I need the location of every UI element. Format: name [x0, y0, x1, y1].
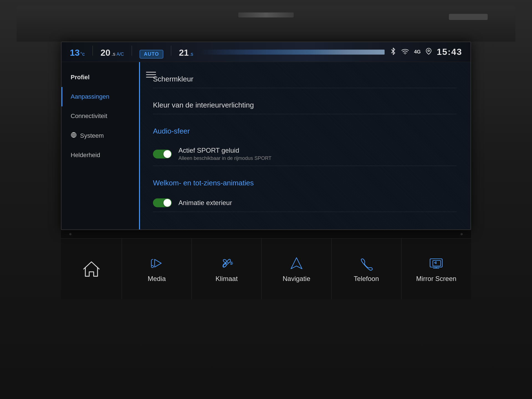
- sidebar-item-connectiviteit[interactable]: Connectiviteit: [62, 106, 139, 126]
- ac-sub: .s: [111, 51, 115, 57]
- mirror-screen-label: Mirror Screen: [416, 275, 456, 283]
- status-right: 4G 15:43: [390, 47, 462, 57]
- klimaat-icon: [219, 255, 234, 271]
- home-icon: [81, 259, 101, 279]
- section-schermkleur: Schermkleur: [153, 70, 457, 88]
- nav-mirror-screen-button[interactable]: Mirror Screen: [401, 239, 471, 299]
- animaties-title[interactable]: Welkom- en tot-ziens-animaties: [153, 174, 457, 192]
- telefoon-icon: [359, 255, 374, 271]
- temp-gradient-bar: [199, 50, 385, 55]
- content-panel: Schermkleur Kleur van de interieurverlic…: [139, 62, 470, 229]
- sidebar-item-profiel[interactable]: Profiel: [62, 68, 139, 87]
- temp-right-display: 21 .s: [179, 48, 193, 58]
- time-display: 15:43: [437, 47, 462, 57]
- mirror-screen-icon: [428, 255, 444, 271]
- sidebar-label-connectiviteit: Connectiviteit: [71, 112, 107, 120]
- audiosfeer-title[interactable]: Audio-sfeer: [153, 122, 457, 140]
- sidebar-item-helderheid[interactable]: Helderheid: [62, 145, 139, 165]
- section-audiosfeer: Audio-sfeer Actief SPORT geluid Alleen b…: [153, 122, 457, 166]
- klimaat-label: Klimaat: [216, 275, 238, 283]
- svg-rect-13: [433, 260, 441, 266]
- section-interieurverlichting: Kleur van de interieurverlichting: [153, 96, 457, 114]
- globe-icon: [71, 132, 77, 139]
- nav-telefoon-button[interactable]: Telefoon: [332, 239, 401, 299]
- bluetooth-icon: [390, 47, 396, 57]
- top-button: [449, 14, 488, 20]
- toggle-text-sport: Actief SPORT geluid Alleen beschikbaar i…: [178, 147, 457, 161]
- content-inner: Schermkleur Kleur van de interieurverlic…: [139, 62, 470, 229]
- toggle-animatie-exterieur[interactable]: Animatie exterieur: [153, 194, 457, 212]
- toggle-track-sport: [153, 150, 172, 158]
- divider-1: [93, 46, 93, 56]
- wifi-icon: [401, 48, 409, 56]
- sidebar-item-systeem[interactable]: Systeem: [62, 126, 139, 145]
- svg-point-0: [405, 53, 406, 54]
- sidebar-label-helderheid: Helderheid: [71, 152, 100, 159]
- physical-controls: [61, 230, 471, 238]
- svg-point-6: [151, 265, 154, 268]
- nav-buttons: Media Klimaat: [122, 239, 471, 299]
- phys-dot-right: [461, 233, 463, 235]
- toggle-label-animatie: Animatie exterieur: [178, 199, 457, 207]
- phys-dot-left: [69, 233, 71, 235]
- sidebar-label-systeem: Systeem: [80, 132, 104, 139]
- temp-left-display: 13 °c: [70, 48, 85, 58]
- temp-left-value: 13: [70, 48, 80, 58]
- sidebar-label-profiel: Profiel: [71, 74, 89, 81]
- toggle-switch-animatie[interactable]: [153, 198, 172, 207]
- temp-right-sub: .s: [189, 51, 193, 57]
- top-physical-area: [17, 6, 515, 42]
- telefoon-label: Telefoon: [354, 275, 379, 283]
- navigatie-label: Navigatie: [283, 275, 310, 283]
- ac-label: A/C: [116, 52, 124, 57]
- nav-klimaat-button[interactable]: Klimaat: [192, 239, 262, 299]
- infotainment-screen: 13 °c 20 .s A/C AUTO 21 .s: [61, 42, 471, 230]
- interieurverlichting-title[interactable]: Kleur van de interieurverlichting: [153, 96, 457, 114]
- toggle-track-animatie: [153, 198, 172, 207]
- toggle-sublabel-sport: Alleen beschikbaar in de rijmodus SPORT: [178, 155, 457, 161]
- status-left: 13 °c 20 .s A/C AUTO 21 .s: [70, 46, 193, 58]
- toggle-label-sport: Actief SPORT geluid: [178, 147, 457, 154]
- toggle-text-animatie: Animatie exterieur: [178, 199, 457, 207]
- bottom-nav-area: Media Klimaat: [61, 238, 471, 299]
- vent-strip: [238, 12, 294, 17]
- main-content: Profiel Aanpassingen Connectiviteit: [62, 62, 470, 229]
- location-icon: [426, 48, 432, 57]
- ac-display: 20 .s A/C: [101, 48, 124, 58]
- sidebar-label-aanpassingen: Aanpassingen: [71, 93, 109, 100]
- 4g-icon: 4G: [414, 49, 421, 55]
- temp-left-unit: °c: [80, 51, 85, 57]
- schermkleur-title[interactable]: Schermkleur: [153, 70, 457, 88]
- divider-3: [171, 46, 171, 56]
- dashboard-frame: 13 °c 20 .s A/C AUTO 21 .s: [0, 0, 532, 399]
- temp-right-value: 21: [179, 48, 189, 58]
- toggle-sport-geluid[interactable]: Actief SPORT geluid Alleen beschikbaar i…: [153, 142, 457, 166]
- section-animaties: Welkom- en tot-ziens-animaties Animatie …: [153, 174, 457, 212]
- nav-media-button[interactable]: Media: [122, 239, 192, 299]
- toggle-thumb-sport: [163, 150, 171, 158]
- status-bar: 13 °c 20 .s A/C AUTO 21 .s: [62, 42, 470, 62]
- svg-marker-11: [291, 258, 302, 269]
- divider-2: [132, 46, 132, 56]
- media-label: Media: [148, 275, 166, 283]
- toggle-switch-sport[interactable]: [153, 150, 172, 158]
- sidebar: Profiel Aanpassingen Connectiviteit: [62, 62, 139, 229]
- navigatie-icon: [289, 255, 304, 271]
- toggle-thumb-animatie: [163, 199, 171, 207]
- nav-navigatie-button[interactable]: Navigatie: [262, 239, 331, 299]
- auto-badge[interactable]: AUTO: [140, 50, 163, 58]
- svg-point-1: [428, 50, 429, 52]
- sidebar-item-aanpassingen[interactable]: Aanpassingen: [62, 87, 139, 106]
- media-icon: [149, 255, 165, 271]
- home-button[interactable]: [61, 239, 122, 299]
- ac-value: 20: [101, 48, 111, 58]
